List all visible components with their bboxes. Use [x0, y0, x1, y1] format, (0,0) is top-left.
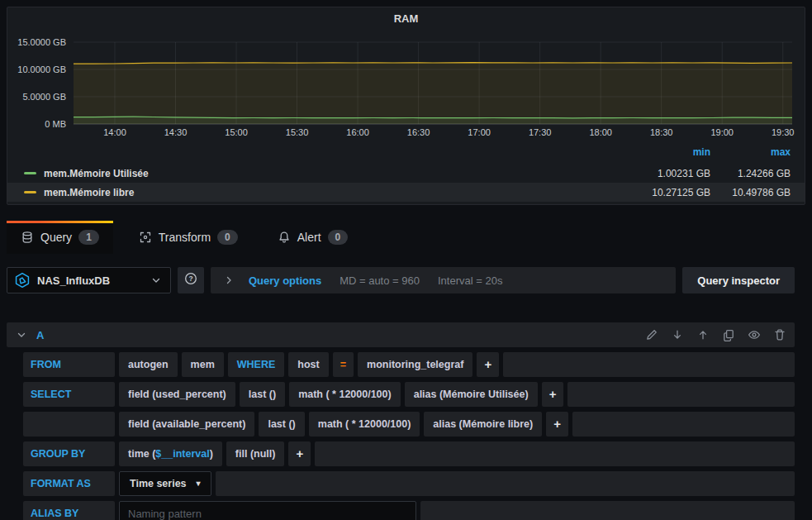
clause-label: SELECT — [23, 382, 115, 407]
query-row-select: SELECTfield (used_percent)last ()math ( … — [23, 382, 795, 407]
svg-text:14:00: 14:00 — [103, 127, 126, 137]
tab-alert[interactable]: Alert 0 — [264, 221, 362, 254]
datasource-picker[interactable]: NAS_InfluxDB — [7, 267, 171, 293]
svg-text:19:00: 19:00 — [710, 127, 734, 137]
add-segment-button[interactable]: + — [542, 382, 564, 407]
datasource-row: NAS_InfluxDB ? Query options MD = auto =… — [7, 267, 795, 293]
query-segment[interactable]: alias (Mémoire Utilisée) — [405, 382, 538, 407]
alias-by-input[interactable] — [119, 501, 416, 520]
query-row-from: FROMautogenmemWHEREhost=monitoring_teleg… — [23, 352, 795, 377]
add-segment-button[interactable]: + — [477, 352, 499, 377]
tab-label: Query — [40, 231, 72, 244]
svg-text:18:00: 18:00 — [589, 127, 612, 137]
chevron-right-icon — [222, 274, 235, 287]
svg-text:18:30: 18:30 — [650, 127, 673, 137]
clause-label: FORMAT AS — [23, 471, 115, 496]
max-data-points: MD = auto = 960 — [340, 274, 420, 287]
svg-text:16:00: 16:00 — [346, 127, 369, 137]
svg-text:17:30: 17:30 — [529, 127, 552, 137]
query-segment[interactable]: last () — [240, 382, 285, 407]
svg-text:17:00: 17:00 — [468, 127, 491, 137]
help-button[interactable]: ? — [178, 267, 204, 293]
legend-row: mem.Mémoire libre10.27125 GB10.49786 GB — [7, 183, 805, 202]
row-filler — [572, 412, 795, 437]
query-row-select-2: field (available_percent)last ()math ( *… — [23, 412, 795, 437]
svg-text:14:30: 14:30 — [164, 127, 188, 137]
row-filler — [420, 501, 795, 520]
query-inspector-button[interactable]: Query inspector — [682, 267, 795, 293]
delete-icon[interactable] — [773, 328, 786, 341]
query-row-alias-by: ALIAS BY — [23, 501, 795, 520]
svg-text:15.0000 GB: 15.0000 GB — [17, 37, 66, 47]
query-segment[interactable]: mem — [182, 352, 224, 377]
query-segment[interactable]: field (used_percent) — [119, 382, 235, 407]
duplicate-icon[interactable] — [722, 328, 735, 341]
tab-label: Transform — [159, 231, 211, 244]
series-max-value: 10.49786 GB — [691, 187, 791, 198]
query-segment[interactable]: autogen — [119, 352, 178, 377]
toggle-visibility-icon[interactable] — [748, 328, 761, 341]
query-segment[interactable]: math ( * 12000/100) — [289, 382, 401, 407]
query-segment[interactable]: = — [333, 352, 354, 377]
legend-row: mem.Mémoire Utilisée1.00231 GB1.24266 GB — [7, 164, 805, 183]
query-segment[interactable]: math ( * 12000/100) — [309, 412, 420, 437]
query-segment[interactable]: WHERE — [228, 352, 285, 377]
series-color-dash-icon — [24, 191, 36, 193]
edit-icon[interactable] — [645, 328, 658, 341]
collapse-chevron-down-icon[interactable] — [15, 328, 28, 341]
database-icon — [21, 231, 34, 244]
query-options-label: Query options — [249, 274, 321, 287]
query-row-group-by: GROUP BYtime ($__interval)fill (null)+ — [23, 441, 795, 466]
query-segment[interactable]: field (available_percent) — [119, 412, 254, 437]
ram-panel: RAM 15.0000 GB10.0000 GB5.0000 GB0 MB14:… — [7, 7, 805, 205]
transform-icon — [139, 231, 152, 244]
bell-icon — [278, 231, 291, 244]
format-as-select[interactable]: Time series▾ — [119, 471, 211, 496]
query-ref-id: A — [36, 329, 44, 341]
svg-text:?: ? — [188, 274, 192, 283]
query-row-header[interactable]: A — [7, 322, 795, 347]
add-segment-button[interactable]: + — [546, 412, 568, 437]
row-filler — [503, 352, 795, 377]
alert-count-badge: 0 — [328, 230, 349, 245]
clause-label: FROM — [23, 352, 115, 377]
series-color-dash-icon — [24, 172, 36, 174]
series-name[interactable]: mem.Mémoire libre — [44, 187, 134, 198]
query-segment[interactable]: time ($__interval) — [119, 441, 222, 466]
clause-label: GROUP BY — [23, 441, 115, 466]
editor-tabs: Query 1 Transform 0 Alert 0 — [7, 221, 362, 254]
svg-text:15:00: 15:00 — [225, 127, 248, 137]
query-count-badge: 1 — [78, 230, 99, 245]
legend-max-header[interactable]: max — [691, 146, 791, 158]
row-filler — [315, 441, 795, 466]
clause-label — [23, 412, 115, 437]
series-max-value: 1.24266 GB — [691, 168, 791, 179]
tab-transform[interactable]: Transform 0 — [125, 221, 252, 254]
legend-header: min max — [7, 146, 805, 164]
move-up-icon[interactable] — [696, 328, 710, 341]
svg-text:5.0000 GB: 5.0000 GB — [22, 92, 66, 102]
tab-label: Alert — [297, 231, 321, 244]
datasource-name: NAS_InfluxDB — [37, 274, 110, 287]
series-name[interactable]: mem.Mémoire Utilisée — [44, 168, 149, 179]
chevron-down-icon — [150, 274, 163, 287]
interval-value: Interval = 20s — [438, 274, 502, 287]
svg-text:15:30: 15:30 — [286, 127, 309, 137]
help-icon: ? — [184, 272, 197, 289]
caret-down-icon: ▾ — [197, 471, 201, 496]
legend: min max mem.Mémoire Utilisée1.00231 GB1.… — [7, 146, 805, 202]
time-series-chart: 15.0000 GB10.0000 GB5.0000 GB0 MB14:0014… — [7, 29, 805, 145]
query-segment[interactable]: last () — [259, 412, 304, 437]
query-segment[interactable]: host — [288, 352, 328, 377]
clause-label: ALIAS BY — [23, 501, 115, 520]
row-filler — [567, 382, 795, 407]
query-segment[interactable]: fill (null) — [226, 441, 285, 466]
query-segment[interactable]: monitoring_telegraf — [358, 352, 472, 377]
query-segment[interactable]: alias (Mémoire libre) — [424, 412, 542, 437]
add-segment-button[interactable]: + — [288, 441, 311, 466]
move-down-icon[interactable] — [671, 328, 684, 341]
panel-title: RAM — [7, 7, 805, 25]
svg-text:0 MB: 0 MB — [45, 119, 66, 129]
tab-query[interactable]: Query 1 — [7, 221, 113, 254]
query-options-bar[interactable]: Query options MD = auto = 960 Interval =… — [211, 267, 676, 293]
